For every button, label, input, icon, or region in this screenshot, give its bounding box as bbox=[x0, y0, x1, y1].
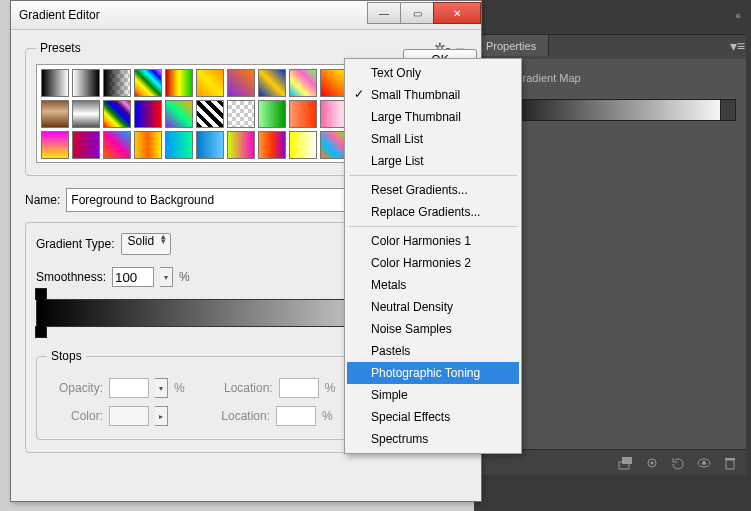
preset-swatch[interactable] bbox=[196, 100, 224, 128]
menu-item-simple[interactable]: Simple bbox=[347, 384, 519, 406]
menu-item-small-list[interactable]: Small List bbox=[347, 128, 519, 150]
color-stop-left[interactable] bbox=[35, 326, 47, 338]
preset-swatch[interactable] bbox=[196, 69, 224, 97]
preset-swatch[interactable] bbox=[165, 131, 193, 159]
tab-properties[interactable]: Properties bbox=[474, 35, 549, 56]
preset-swatch[interactable] bbox=[289, 100, 317, 128]
menu-separator bbox=[349, 175, 517, 176]
trash-icon[interactable] bbox=[722, 456, 738, 470]
smoothness-field[interactable] bbox=[112, 267, 154, 287]
preset-swatch[interactable] bbox=[227, 69, 255, 97]
menu-separator bbox=[349, 226, 517, 227]
menu-item-large-list[interactable]: Large List bbox=[347, 150, 519, 172]
window-close-button[interactable]: ✕ bbox=[433, 2, 481, 24]
location-label: Location: bbox=[217, 381, 273, 395]
opacity-location-field bbox=[279, 378, 319, 398]
preset-grid bbox=[36, 64, 352, 163]
preset-swatch[interactable] bbox=[41, 69, 69, 97]
menu-item-noise-samples[interactable]: Noise Samples bbox=[347, 318, 519, 340]
preset-swatch[interactable] bbox=[227, 100, 255, 128]
preset-swatch[interactable] bbox=[72, 69, 100, 97]
stops-legend: Stops bbox=[47, 349, 86, 363]
type-label: Gradient Type: bbox=[36, 237, 115, 251]
preset-swatch[interactable] bbox=[258, 100, 286, 128]
menu-item-spectrums[interactable]: Spectrums bbox=[347, 428, 519, 450]
preset-flyout-menu: Text Only Small Thumbnail Large Thumbnai… bbox=[344, 58, 522, 454]
menu-item-metals[interactable]: Metals bbox=[347, 274, 519, 296]
menu-item-color-harmonies-2[interactable]: Color Harmonies 2 bbox=[347, 252, 519, 274]
preset-swatch[interactable] bbox=[258, 69, 286, 97]
menu-item-photographic-toning[interactable]: Photographic Toning bbox=[347, 362, 519, 384]
visibility-icon[interactable] bbox=[696, 456, 712, 470]
gradient-type-select[interactable]: Solid bbox=[121, 233, 172, 255]
titlebar[interactable]: Gradient Editor — ▭ ✕ bbox=[11, 1, 481, 30]
preset-swatch[interactable] bbox=[134, 69, 162, 97]
svg-rect-1 bbox=[622, 457, 632, 464]
preset-swatch[interactable] bbox=[103, 131, 131, 159]
preset-swatch[interactable] bbox=[72, 131, 100, 159]
preset-swatch[interactable] bbox=[134, 131, 162, 159]
panel-expand-icon[interactable]: « bbox=[735, 10, 741, 21]
preset-swatch[interactable] bbox=[165, 69, 193, 97]
panel-flyout-icon[interactable]: ▾≡ bbox=[730, 38, 745, 54]
panel-heading: Gradient Map bbox=[514, 72, 581, 84]
menu-item-large-thumbnail[interactable]: Large Thumbnail bbox=[347, 106, 519, 128]
menu-item-pastels[interactable]: Pastels bbox=[347, 340, 519, 362]
smoothness-label: Smoothness: bbox=[36, 270, 106, 284]
presets-legend: Presets bbox=[40, 41, 81, 55]
menu-item-color-harmonies-1[interactable]: Color Harmonies 1 bbox=[347, 230, 519, 252]
menu-item-small-thumbnail[interactable]: Small Thumbnail bbox=[347, 84, 519, 106]
preset-swatch[interactable] bbox=[103, 100, 131, 128]
preset-swatch[interactable] bbox=[134, 100, 162, 128]
preset-swatch[interactable] bbox=[41, 131, 69, 159]
name-label: Name: bbox=[25, 193, 60, 207]
percent-label: % bbox=[322, 409, 333, 423]
smoothness-dropdown[interactable]: ▾ bbox=[160, 267, 173, 287]
panel-tabstrip: Properties bbox=[474, 34, 746, 60]
preset-swatch[interactable] bbox=[165, 100, 193, 128]
location-label: Location: bbox=[214, 409, 270, 423]
reset-icon[interactable] bbox=[670, 456, 686, 470]
svg-rect-7 bbox=[725, 458, 735, 460]
opacity-dropdown: ▾ bbox=[155, 378, 168, 398]
percent-label: % bbox=[325, 381, 336, 395]
menu-item-text-only[interactable]: Text Only bbox=[347, 62, 519, 84]
menu-item-replace-gradients[interactable]: Replace Gradients... bbox=[347, 201, 519, 223]
menu-item-special-effects[interactable]: Special Effects bbox=[347, 406, 519, 428]
window-minimize-button[interactable]: — bbox=[367, 2, 401, 24]
svg-point-3 bbox=[651, 461, 654, 464]
preset-swatch[interactable] bbox=[103, 69, 131, 97]
preset-swatch[interactable] bbox=[41, 100, 69, 128]
preset-swatch[interactable] bbox=[258, 131, 286, 159]
opacity-field bbox=[109, 378, 149, 398]
menu-item-reset-gradients[interactable]: Reset Gradients... bbox=[347, 179, 519, 201]
window-maximize-button[interactable]: ▭ bbox=[400, 2, 434, 24]
preset-swatch[interactable] bbox=[72, 100, 100, 128]
svg-rect-6 bbox=[726, 460, 734, 469]
preset-swatch[interactable] bbox=[289, 131, 317, 159]
dialog-title: Gradient Editor bbox=[19, 8, 367, 22]
stop-color-swatch bbox=[109, 406, 149, 426]
percent-label: % bbox=[179, 270, 190, 284]
preset-swatch[interactable] bbox=[227, 131, 255, 159]
percent-label: % bbox=[174, 381, 185, 395]
preset-swatch[interactable] bbox=[196, 131, 224, 159]
clip-to-layer-icon[interactable] bbox=[618, 456, 634, 470]
view-previous-icon[interactable] bbox=[644, 456, 660, 470]
gradient-map-picker-caret[interactable] bbox=[720, 99, 736, 121]
opacity-stop-left[interactable] bbox=[35, 288, 47, 300]
opacity-label: Opacity: bbox=[47, 381, 103, 395]
preset-swatch[interactable] bbox=[289, 69, 317, 97]
color-location-field bbox=[276, 406, 316, 426]
svg-point-5 bbox=[702, 461, 706, 465]
menu-item-neutral-density[interactable]: Neutral Density bbox=[347, 296, 519, 318]
color-label: Color: bbox=[47, 409, 103, 423]
color-dropdown: ▸ bbox=[155, 406, 168, 426]
